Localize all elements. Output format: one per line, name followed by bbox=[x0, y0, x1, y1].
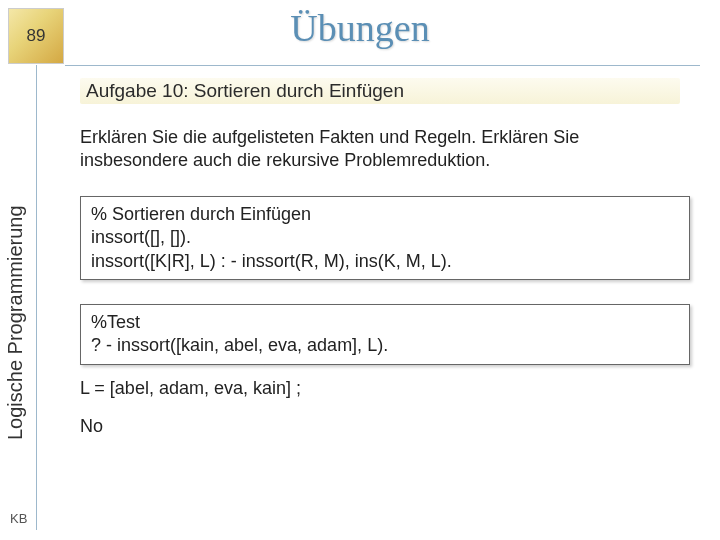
code-line: ? - inssort([kain, abel, eva, adam], L). bbox=[91, 334, 679, 357]
slide-title: Übungen bbox=[0, 6, 720, 50]
divider-vertical bbox=[36, 65, 37, 530]
result-line: No bbox=[80, 416, 103, 437]
code-line: inssort([K|R], L) : - inssort(R, M), ins… bbox=[91, 250, 679, 273]
codebox-definition: % Sortieren durch Einfügen inssort([], [… bbox=[80, 196, 690, 280]
instruction-text: Erklären Sie die aufgelisteten Fakten un… bbox=[80, 126, 690, 171]
code-line: % Sortieren durch Einfügen bbox=[91, 203, 679, 226]
divider-horizontal bbox=[65, 65, 700, 66]
footer-label: KB bbox=[10, 511, 27, 526]
code-line: %Test bbox=[91, 311, 679, 334]
task-subtitle: Aufgabe 10: Sortieren durch Einfügen bbox=[80, 78, 680, 104]
codebox-test: %Test ? - inssort([kain, abel, eva, adam… bbox=[80, 304, 690, 365]
code-line: inssort([], []). bbox=[91, 226, 679, 249]
sidebar-label: Logische Programmierung bbox=[4, 205, 27, 440]
result-line: L = [abel, adam, eva, kain] ; bbox=[80, 378, 301, 399]
